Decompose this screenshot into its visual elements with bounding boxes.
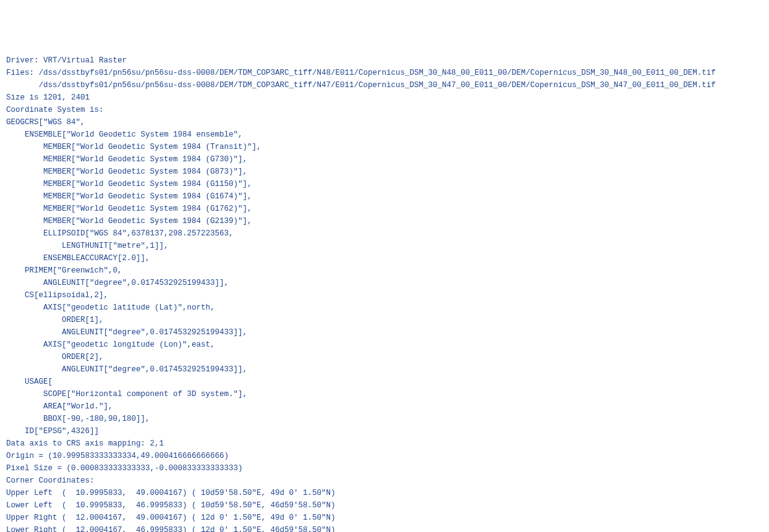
ensemble-line: ENSEMBLE["World Geodetic System 1984 ens… bbox=[6, 130, 243, 139]
gdal-info-output: Driver: VRT/Virtual Raster Files: /dss/d… bbox=[6, 54, 763, 532]
driver-line: Driver: VRT/Virtual Raster bbox=[6, 56, 127, 65]
corner-coords-header: Corner Coordinates: bbox=[6, 476, 95, 485]
files-label: Files: bbox=[6, 69, 39, 77]
ensemble-accuracy: ENSEMBLEACCURACY[2.0]], bbox=[6, 254, 150, 263]
scope-line: SCOPE["Horizontal component of 3D system… bbox=[6, 390, 247, 399]
area-line: AREA["World."], bbox=[6, 402, 113, 411]
axis-lat-angleunit: ANGLEUNIT["degree",0.0174532925199433]], bbox=[6, 328, 247, 337]
order-1: ORDER[1], bbox=[6, 316, 104, 324]
data-axis-mapping: Data axis to CRS axis mapping: 2,1 bbox=[6, 439, 164, 448]
ellipsoid-line: ELLIPSOID["WGS 84",6378137,298.257223563… bbox=[6, 229, 234, 238]
member-transit: MEMBER["World Geodetic System 1984 (Tran… bbox=[6, 143, 261, 151]
id-epsg: ID["EPSG",4326]] bbox=[6, 427, 99, 436]
member-g1674: MEMBER["World Geodetic System 1984 (G167… bbox=[6, 192, 252, 201]
lengthunit-line: LENGTHUNIT["metre",1]], bbox=[6, 242, 169, 250]
size-line: Size is 1201, 2401 bbox=[6, 93, 90, 102]
member-g873: MEMBER["World Geodetic System 1984 (G873… bbox=[6, 167, 247, 176]
usage-line: USAGE[ bbox=[6, 378, 53, 386]
member-g730: MEMBER["World Geodetic System 1984 (G730… bbox=[6, 155, 247, 164]
member-g1150: MEMBER["World Geodetic System 1984 (G115… bbox=[6, 180, 252, 188]
lower-left: Lower Left ( 10.9995833, 46.9995833) ( 1… bbox=[6, 501, 336, 510]
axis-lat: AXIS["geodetic latitude (Lat)",north, bbox=[6, 303, 215, 312]
axis-lon: AXIS["geodetic longitude (Lon)",east, bbox=[6, 340, 215, 349]
upper-left: Upper Left ( 10.9995833, 49.0004167) ( 1… bbox=[6, 489, 336, 497]
bbox-line: BBOX[-90,-180,90,180]], bbox=[6, 415, 150, 423]
member-g2139: MEMBER["World Geodetic System 1984 (G213… bbox=[6, 217, 252, 226]
member-g1762: MEMBER["World Geodetic System 1984 (G176… bbox=[6, 205, 252, 213]
geogcrs-line: GEOGCRS["WGS 84", bbox=[6, 118, 85, 127]
coord-system-header: Coordinate System is: bbox=[6, 106, 104, 114]
file2-indent bbox=[6, 81, 39, 90]
file-path-2: /dss/dsstbyfs01/pn56su/pn56su-dss-0008/D… bbox=[39, 81, 716, 90]
pixel-size-line: Pixel Size = (0.000833333333333,-0.00083… bbox=[6, 464, 243, 473]
lower-right: Lower Right ( 12.0004167, 46.9995833) ( … bbox=[6, 526, 336, 532]
primem-angleunit: ANGLEUNIT["degree",0.0174532925199433]], bbox=[6, 279, 229, 287]
upper-right: Upper Right ( 12.0004167, 49.0004167) ( … bbox=[6, 513, 336, 522]
cs-line: CS[ellipsoidal,2], bbox=[6, 291, 108, 300]
primem-line: PRIMEM["Greenwich",0, bbox=[6, 266, 122, 275]
file-path-1: /dss/dsstbyfs01/pn56su/pn56su-dss-0008/D… bbox=[39, 69, 716, 77]
origin-line: Origin = (10.999583333333334,49.00041666… bbox=[6, 452, 229, 460]
order-2: ORDER[2], bbox=[6, 353, 104, 361]
axis-lon-angleunit: ANGLEUNIT["degree",0.0174532925199433]], bbox=[6, 365, 247, 374]
